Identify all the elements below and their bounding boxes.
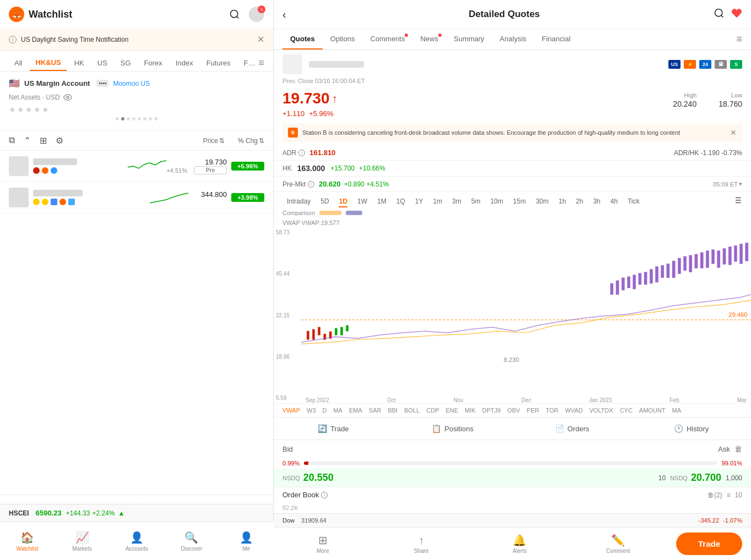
tab-hkus[interactable]: HK&US	[30, 55, 66, 71]
chart-options-button[interactable]	[732, 195, 742, 207]
trade-tab[interactable]: 🔄 Trade	[274, 418, 393, 440]
nav-watchlist[interactable]: 🏠 Watchlist	[0, 522, 55, 560]
indicator-mik[interactable]: MIK	[465, 407, 476, 414]
time-5min[interactable]: 5m	[467, 195, 485, 207]
time-10min[interactable]: 10m	[486, 195, 507, 207]
tab-us[interactable]: US	[92, 56, 113, 70]
nav-markets[interactable]: 📈 Markets	[55, 522, 109, 560]
time-30min[interactable]: 30m	[531, 195, 553, 207]
indicator-cdp[interactable]: CDP	[426, 407, 439, 414]
indicator-w3[interactable]: W3	[307, 407, 316, 414]
positions-tab[interactable]: 📋 Positions	[393, 418, 513, 440]
indicator-per[interactable]: PER	[527, 407, 540, 414]
tab-futures[interactable]: Futures	[201, 56, 236, 70]
tabs-more-button[interactable]: ≡	[258, 57, 264, 69]
tabs-more-button[interactable]: ≡	[736, 29, 742, 50]
comp-tag-1[interactable]	[319, 211, 341, 215]
indicator-voltdx[interactable]: VOLTDX	[589, 407, 613, 414]
account-platform[interactable]: Moomoo US	[113, 80, 150, 87]
indicator-boll[interactable]: BOLL	[404, 407, 420, 414]
trade-button[interactable]: Trade	[676, 532, 742, 555]
tab-quotes[interactable]: Quotes	[282, 29, 323, 50]
time-intraday[interactable]: Intraday	[282, 195, 315, 207]
tab-options[interactable]: Options	[323, 29, 363, 50]
indicator-ene[interactable]: ENE	[446, 407, 459, 414]
comp-tag-2[interactable]	[346, 211, 362, 215]
indicator-tor[interactable]: TOR	[546, 407, 558, 414]
time-4h[interactable]: 4h	[606, 195, 622, 207]
time-1w[interactable]: 1W	[353, 195, 372, 207]
time-15min[interactable]: 15m	[509, 195, 530, 207]
indicator-ma[interactable]: MA	[333, 407, 342, 414]
tab-forex[interactable]: Forex	[139, 56, 168, 70]
time-1d[interactable]: 1D	[335, 195, 352, 207]
time-1y[interactable]: 1Y	[411, 195, 428, 207]
close-news-button[interactable]: ✕	[730, 128, 737, 137]
search-button[interactable]	[227, 7, 242, 22]
indicator-bbi[interactable]: BBI	[388, 407, 398, 414]
ext-icon-4[interactable]: 🏛	[715, 60, 727, 69]
ext-icon-1[interactable]: US	[668, 60, 681, 69]
indicator-ema[interactable]: EMA	[349, 407, 362, 414]
toggle-balance-button[interactable]	[63, 93, 72, 102]
indicator-d[interactable]: D	[323, 407, 327, 414]
comment-button[interactable]: ✏️ Comment	[569, 534, 667, 554]
order-book-control-2[interactable]: ≡	[727, 491, 731, 499]
indicator-vwap[interactable]: VWAP	[282, 407, 300, 414]
time-3h[interactable]: 3h	[589, 195, 605, 207]
tab-sg[interactable]: SG	[115, 56, 137, 70]
tab-analysis[interactable]: Analysis	[492, 29, 534, 50]
tab-news[interactable]: News	[412, 29, 446, 50]
tab-summary[interactable]: Summary	[446, 29, 492, 50]
ext-icon-5[interactable]: S	[730, 60, 742, 69]
time-2h[interactable]: 2h	[572, 195, 587, 207]
indicator-amount[interactable]: AMOUNT	[639, 407, 666, 414]
close-notification-button[interactable]: ✕	[257, 34, 264, 45]
avatar-button[interactable]: 3	[249, 7, 264, 22]
indicator-wvad[interactable]: WVAD	[565, 407, 583, 414]
tab-index[interactable]: Index	[170, 56, 199, 70]
alerts-button[interactable]: 🔔 Alerts	[471, 534, 569, 554]
expand-arrow[interactable]: ▲	[118, 509, 124, 517]
time-3min[interactable]: 3m	[448, 195, 466, 207]
indicator-cyc[interactable]: CYC	[620, 407, 633, 414]
ext-icon-3[interactable]: 24	[699, 60, 711, 69]
time-1min[interactable]: 1m	[428, 195, 447, 207]
more-button[interactable]: ⊞ More	[274, 534, 372, 554]
settings-icon[interactable]: ⚙	[56, 135, 63, 146]
favorite-button[interactable]	[731, 8, 742, 21]
history-tab[interactable]: 🕐 History	[632, 418, 751, 440]
clear-button[interactable]: 🗑	[734, 444, 742, 453]
tab-financial[interactable]: Financial	[534, 29, 578, 50]
indicator-sar[interactable]: SAR	[369, 407, 382, 414]
tab-all[interactable]: All	[9, 56, 28, 70]
search-button[interactable]	[714, 8, 725, 21]
tab-funds[interactable]: Funds	[238, 56, 257, 70]
indicator-obv[interactable]: OBV	[507, 407, 520, 414]
indicator-dptj9[interactable]: DPTJ9	[482, 407, 501, 414]
watchlist-item[interactable]: 19.730 +4.51% Pre +5.96%	[0, 151, 273, 182]
tab-hk[interactable]: HK	[69, 56, 90, 70]
nav-accounts[interactable]: 👤 Accounts	[110, 522, 164, 560]
tab-comments[interactable]: Comments	[363, 29, 413, 50]
price-chart[interactable]: 58.73 45.44 32.15 18.86 5.58 29.460 8.23…	[274, 227, 751, 403]
nav-discover[interactable]: 🔍 Discover	[164, 522, 219, 560]
time-1q[interactable]: 1Q	[392, 195, 410, 207]
time-1m[interactable]: 1M	[373, 195, 391, 207]
order-book-control-3[interactable]: 10	[735, 491, 742, 499]
ext-icon-2[interactable]: ⚡	[684, 60, 696, 69]
share-button[interactable]: ↑ Share	[372, 534, 471, 554]
time-tick[interactable]: Tick	[623, 195, 644, 207]
expand-icon[interactable]: ⌃	[24, 135, 31, 146]
watchlist-item[interactable]: 344.800 +3.98%	[0, 182, 273, 213]
back-button[interactable]: ‹	[282, 8, 286, 21]
time-5d[interactable]: 5D	[316, 195, 333, 207]
copy-icon[interactable]: ⧉	[9, 135, 15, 146]
indicator-ma2[interactable]: MA	[672, 407, 682, 414]
orders-tab[interactable]: 📄 Orders	[513, 418, 632, 440]
order-book-control-1[interactable]: 🗑(2)	[708, 491, 722, 499]
nav-me[interactable]: 👤 Me	[219, 522, 274, 560]
sort-price-button[interactable]: Price ⇅	[203, 137, 225, 145]
time-1h[interactable]: 1h	[554, 195, 570, 207]
grid-icon[interactable]: ⊞	[40, 135, 47, 146]
